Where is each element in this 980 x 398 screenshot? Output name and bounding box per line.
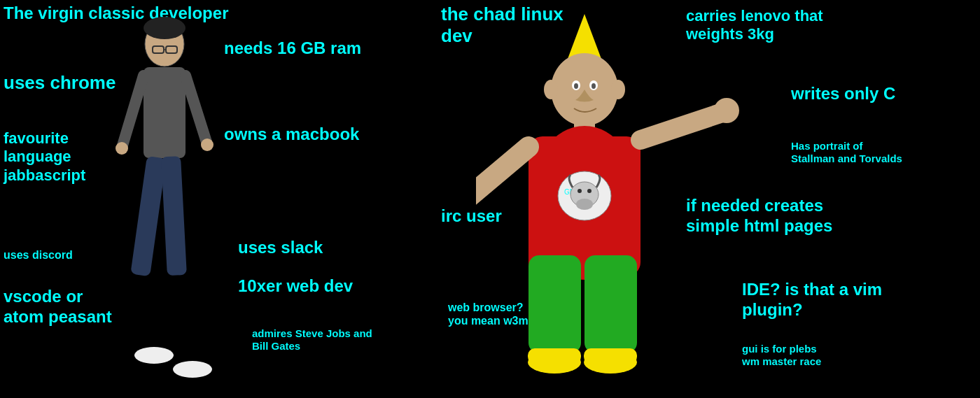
svg-point-29 xyxy=(578,189,582,193)
svg-point-28 xyxy=(576,199,593,210)
svg-point-30 xyxy=(587,189,592,193)
svg-point-1 xyxy=(144,17,186,39)
chad-figure: GNU xyxy=(476,7,742,392)
svg-rect-11 xyxy=(161,156,187,276)
portrait-label: Has portrait ofStallman and Torvalds xyxy=(791,140,902,165)
fav-language-label: favouritelanguagejabbascript xyxy=(4,129,85,185)
writes-c-label: writes only C xyxy=(791,84,895,104)
svg-line-33 xyxy=(640,112,724,140)
svg-line-31 xyxy=(476,147,528,203)
svg-point-18 xyxy=(574,83,578,89)
svg-rect-5 xyxy=(144,67,186,158)
svg-line-6 xyxy=(122,76,144,145)
svg-line-7 xyxy=(186,76,206,142)
uses-slack-label: uses slack xyxy=(238,238,323,258)
owns-macbook-label: owns a macbook xyxy=(224,125,359,145)
ide-vim-label: IDE? is that a vimplugin? xyxy=(742,280,882,320)
svg-rect-35 xyxy=(528,255,581,353)
svg-rect-40 xyxy=(584,348,637,364)
svg-point-19 xyxy=(592,83,596,89)
virgin-figure xyxy=(91,13,231,390)
svg-point-34 xyxy=(714,98,739,123)
svg-point-20 xyxy=(544,80,558,99)
needs-ram-label: needs 16 GB ram xyxy=(224,38,361,59)
svg-point-12 xyxy=(134,347,174,364)
admires-label: admires Steve Jobs andBill Gates xyxy=(252,327,372,353)
uses-discord-label: uses discord xyxy=(4,248,73,262)
svg-rect-10 xyxy=(130,156,166,276)
tener-web-label: 10xer web dev xyxy=(238,276,353,297)
svg-point-21 xyxy=(611,80,625,99)
svg-point-9 xyxy=(201,138,214,151)
svg-point-13 xyxy=(173,361,212,378)
svg-rect-36 xyxy=(584,255,637,353)
svg-point-8 xyxy=(115,142,128,155)
gui-plebs-label: gui is for plebswm master race xyxy=(742,343,821,368)
svg-rect-38 xyxy=(528,348,581,364)
